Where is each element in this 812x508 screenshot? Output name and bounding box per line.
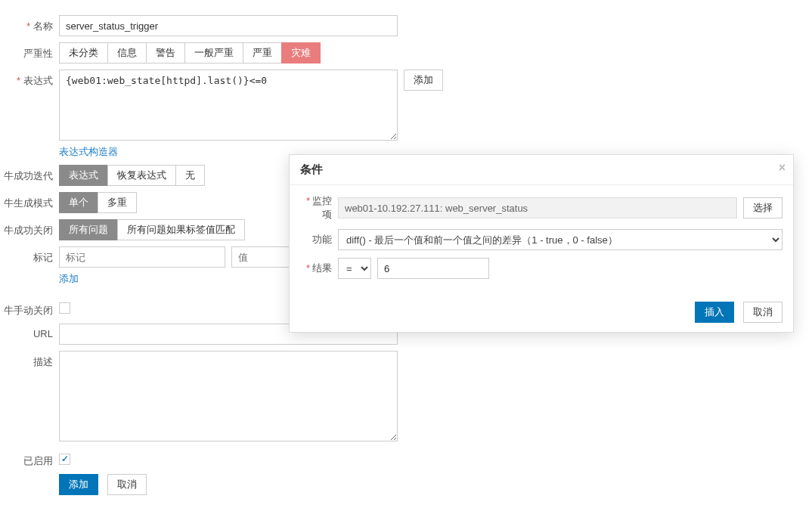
tag-value-input[interactable]	[231, 246, 292, 268]
expression-add-button[interactable]: 添加	[404, 70, 443, 91]
function-label: 功能	[300, 233, 338, 246]
severity-label: 严重性	[0, 42, 53, 60]
manual-close-checkbox[interactable]	[59, 302, 70, 314]
operator-select[interactable]: =	[338, 258, 371, 279]
severity-unclassified[interactable]: 未分类	[59, 42, 108, 64]
close-group: 所有问题 所有问题如果标签值匹配	[59, 219, 245, 240]
iteration-group: 表达式 恢复表达式 无	[59, 165, 205, 186]
description-label: 描述	[0, 351, 53, 369]
enabled-label: 已启用	[0, 450, 53, 468]
add-button[interactable]: 添加	[59, 474, 98, 495]
severity-warning[interactable]: 警告	[146, 42, 185, 64]
severity-average[interactable]: 一般严重	[184, 42, 243, 64]
close-all[interactable]: 所有问题	[59, 219, 118, 240]
iteration-recovery[interactable]: 恢复表达式	[107, 165, 176, 186]
enabled-checkbox[interactable]	[59, 454, 70, 465]
result-input[interactable]	[377, 258, 489, 279]
mode-group: 单个 多重	[59, 192, 137, 213]
close-match[interactable]: 所有问题如果标签值匹配	[117, 219, 245, 240]
cancel-button[interactable]: 取消	[107, 474, 147, 495]
select-button[interactable]: 选择	[743, 197, 783, 218]
expression-constructor-link[interactable]: 表达式构造器	[59, 145, 118, 159]
modal-title: 条件	[300, 163, 323, 175]
severity-disaster[interactable]: 灾难	[281, 42, 321, 64]
modal-cancel-button[interactable]: 取消	[743, 302, 783, 323]
tag-name-input[interactable]	[59, 246, 225, 268]
close-label: 牛成功关闭	[0, 219, 53, 237]
monitor-item-label: 监控项	[300, 194, 338, 221]
iteration-label: 牛成功迭代	[0, 165, 53, 183]
name-input[interactable]	[59, 15, 398, 36]
tag-label: 标记	[0, 246, 53, 265]
insert-button[interactable]: 插入	[695, 302, 734, 323]
mode-multi[interactable]: 多重	[98, 192, 137, 213]
name-label: 名称	[0, 15, 53, 33]
condition-modal: 条件 × 监控项 web01-10.192.27.111: web_server…	[289, 154, 794, 333]
expression-textarea[interactable]: {web01:web_state[httpd].last()}<=0	[59, 70, 398, 141]
severity-group: 未分类 信息 警告 一般严重 严重 灾难	[59, 42, 321, 64]
iteration-none[interactable]: 无	[175, 165, 205, 186]
mode-label: 牛生成模式	[0, 192, 53, 210]
monitor-item-value: web01-10.192.27.111: web_server_status	[338, 197, 737, 218]
severity-info[interactable]: 信息	[107, 42, 147, 64]
close-icon[interactable]: ×	[779, 161, 786, 175]
function-select[interactable]: diff() - 最后一个值和前一个值之间的差异（1 - true，0 - fa…	[338, 229, 783, 250]
manual-close-label: 牛手动关闭	[0, 299, 53, 318]
expression-label: 表达式	[0, 70, 53, 88]
url-label: URL	[0, 324, 53, 339]
tag-add-link[interactable]: 添加	[59, 272, 79, 286]
description-textarea[interactable]	[59, 351, 398, 441]
iteration-expression[interactable]: 表达式	[59, 165, 108, 186]
mode-single[interactable]: 单个	[59, 192, 98, 213]
severity-high[interactable]: 严重	[243, 42, 282, 64]
result-label: 结果	[300, 262, 338, 275]
